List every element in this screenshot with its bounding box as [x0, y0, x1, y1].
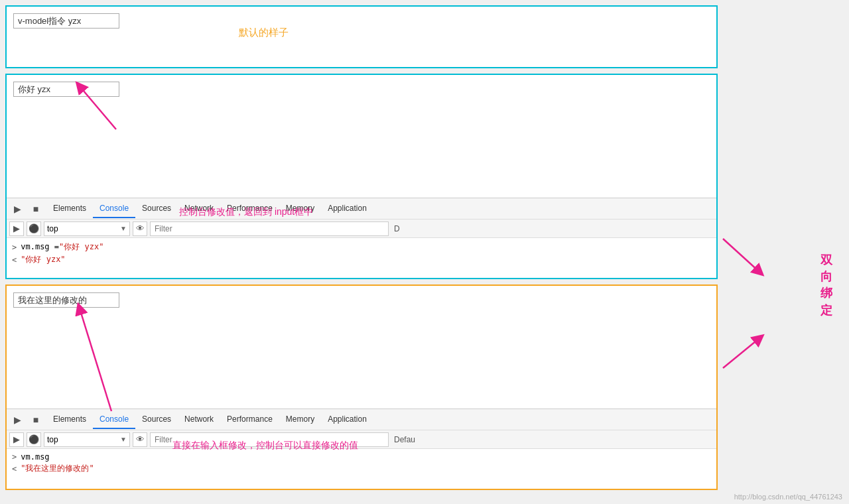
arrow-input-mid: >	[12, 243, 17, 252]
tab-elements-bot[interactable]: Elements	[46, 410, 93, 429]
tab-sources-bot[interactable]: Sources	[135, 410, 178, 429]
tab-sources-mid[interactable]: Sources	[135, 200, 178, 218]
console-line-1-mid: > vm.msg ="你好 yzx"	[12, 241, 711, 253]
devtools-bottom-tabs: ▶ ■ Elements Console Sources Network Per…	[7, 409, 716, 430]
cursor-icon[interactable]: ▶	[9, 201, 25, 217]
tab-console-mid[interactable]: Console	[93, 200, 135, 218]
devtools-middle-toolbar: ▶ ⚫ top ▼ 👁 D	[7, 220, 716, 238]
middle-input[interactable]	[13, 82, 119, 97]
tab-application-mid[interactable]: Application	[321, 200, 373, 218]
filter-suffix-mid: D	[391, 224, 403, 233]
console-output-mid: "你好 yzx"	[21, 254, 65, 265]
watermark: http://blog.csdn.net/qq_44761243	[734, 493, 842, 501]
section-bottom: ▶ ■ Elements Console Sources Network Per…	[5, 284, 718, 490]
middle-annotation: 控制台修改值，返回到 input框中	[179, 206, 313, 218]
console-line-2-bot: < "我在这里的修改的"	[12, 462, 711, 475]
context-select-mid[interactable]: top ▼	[44, 221, 130, 236]
devtools-bottom: ▶ ■ Elements Console Sources Network Per…	[7, 409, 716, 489]
console-code-mid: vm.msg ="你好 yzx"	[21, 241, 103, 253]
context-select-bot[interactable]: top ▼	[44, 432, 130, 447]
console-output-bot: "我在这里的修改的"	[21, 463, 94, 474]
no-btn-mid[interactable]: ⚫	[27, 221, 41, 236]
no-btn-bot[interactable]: ⚫	[27, 432, 41, 447]
section-middle: ▶ ■ Elements Console Sources Network Per…	[5, 74, 718, 279]
console-line-2-mid: < "你好 yzx"	[12, 253, 711, 266]
tab-elements-mid[interactable]: Elements	[46, 200, 93, 218]
select-arrow-bot: ▼	[120, 436, 127, 443]
play-btn-mid[interactable]: ▶	[9, 221, 24, 236]
bi-char-4: 定	[820, 302, 832, 319]
console-line-1-bot: > vm.msg	[12, 452, 711, 462]
filter-input-mid[interactable]	[150, 221, 389, 236]
bottom-input[interactable]	[13, 292, 119, 308]
default-label: 默认的样子	[239, 27, 289, 39]
tab-network-bot[interactable]: Network	[178, 410, 220, 429]
tab-console-bot[interactable]: Console	[93, 410, 135, 429]
bidirectional-label: 双 向 绑 定	[820, 252, 832, 319]
tab-performance-bot[interactable]: Performance	[220, 410, 279, 429]
devtools-middle-content: > vm.msg ="你好 yzx" < "你好 yzx"	[7, 238, 716, 278]
svg-line-3	[723, 338, 759, 368]
box-icon[interactable]: ■	[28, 201, 44, 217]
tab-memory-bot[interactable]: Memory	[279, 410, 321, 429]
select-arrow-mid: ▼	[120, 225, 127, 232]
bi-char-2: 向	[820, 269, 832, 285]
play-btn-bot[interactable]: ▶	[9, 432, 24, 447]
devtools-middle-tabs: ▶ ■ Elements Console Sources Network Per…	[7, 198, 716, 220]
devtools-middle: ▶ ■ Elements Console Sources Network Per…	[7, 198, 716, 278]
arrow-input-bot: >	[12, 452, 17, 462]
section-top: 默认的样子	[5, 5, 718, 68]
filter-suffix-bot: Defau	[391, 435, 418, 444]
devtools-bottom-toolbar: ▶ ⚫ top ▼ 👁 Defau	[7, 430, 716, 449]
bi-char-1: 双	[820, 252, 832, 269]
box-icon-bot[interactable]: ■	[28, 412, 44, 428]
bi-char-3: 绑	[820, 285, 832, 302]
eye-btn-mid[interactable]: 👁	[133, 221, 147, 236]
devtools-bottom-content: > vm.msg < "我在这里的修改的"	[7, 449, 716, 489]
svg-line-2	[723, 239, 759, 272]
console-code-bot: vm.msg	[21, 452, 49, 462]
eye-btn-bot[interactable]: 👁	[133, 432, 147, 447]
select-value-bot: top	[47, 435, 58, 444]
bottom-annotation: 直接在输入框修改，控制台可以直接修改的值	[172, 440, 358, 452]
cursor-icon-bot[interactable]: ▶	[9, 412, 25, 428]
arrow-output-mid: <	[12, 255, 17, 265]
tab-application-bot[interactable]: Application	[321, 410, 373, 429]
select-value-mid: top	[47, 224, 58, 233]
arrow-output-bot: <	[12, 464, 17, 473]
top-input[interactable]	[13, 13, 119, 29]
